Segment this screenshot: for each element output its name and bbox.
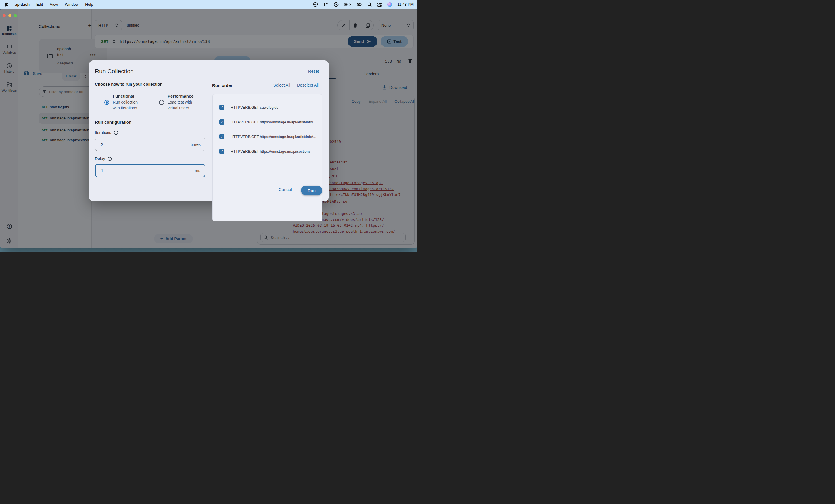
- menu-window[interactable]: Window: [65, 2, 78, 6]
- iterations-suffix: times: [190, 142, 201, 147]
- info-icon: [114, 130, 118, 135]
- creative-cloud-icon[interactable]: [313, 2, 318, 7]
- siri-icon[interactable]: [387, 2, 392, 7]
- run-order-item[interactable]: ✓ HTTPVERB.GET https://onnstage.in/api/a…: [219, 118, 316, 126]
- iterations-input[interactable]: [100, 142, 185, 147]
- control-center-icon[interactable]: [377, 2, 382, 6]
- checkmark-icon: ✓: [220, 120, 224, 124]
- airpods-icon[interactable]: [323, 2, 328, 7]
- delay-suffix: ms: [195, 168, 200, 173]
- menu-help[interactable]: Help: [85, 2, 93, 6]
- menu-view[interactable]: View: [50, 2, 58, 6]
- checkmark-icon: ✓: [220, 105, 224, 109]
- delay-input[interactable]: [100, 168, 185, 173]
- desktop: apidash Edit View Window Help: [0, 0, 418, 252]
- run-order-list: ✓ HTTPVERB.GET sawdfvgfds ✓ HTTPVERB.GET…: [212, 94, 322, 222]
- menu-bar-clock[interactable]: 11:48 PM: [397, 2, 413, 6]
- radio-selected-icon[interactable]: [104, 100, 109, 105]
- checkbox-checked[interactable]: ✓: [219, 105, 224, 110]
- option-functional[interactable]: Functional Run collection with iteration…: [104, 93, 143, 111]
- apidash-window: Requests Variables History Workflows: [0, 9, 418, 248]
- play-status-icon[interactable]: [334, 2, 339, 7]
- run-order-item[interactable]: ✓ HTTPVERB.GET https://onnstage.in/api/a…: [219, 132, 316, 141]
- option-performance[interactable]: Performance Load test with virtual users: [159, 93, 197, 111]
- run-collection-dialog: Run Collection Reset Choose how to run y…: [88, 60, 329, 202]
- delay-field[interactable]: ms: [95, 164, 205, 177]
- iterations-label-row: Iterations: [95, 130, 118, 135]
- dialog-title: Run Collection: [95, 68, 134, 75]
- select-all-button[interactable]: Select All: [273, 83, 290, 87]
- checkmark-icon: ✓: [220, 149, 224, 153]
- dialog-subtitle: Choose how to run your collection: [95, 82, 162, 87]
- hotspot-link-icon[interactable]: [357, 2, 362, 6]
- run-order-item[interactable]: ✓ HTTPVERB.GET https://onnstage.in/api/s…: [219, 147, 311, 155]
- delay-label-row: Delay: [95, 156, 112, 161]
- menu-app-name[interactable]: apidash: [15, 2, 29, 6]
- battery-icon[interactable]: [344, 3, 351, 6]
- run-configuration-title: Run configuration: [95, 120, 131, 125]
- checkmark-icon: ✓: [220, 134, 224, 139]
- window-minimize-button[interactable]: [8, 14, 12, 17]
- cancel-button[interactable]: Cancel: [279, 187, 292, 192]
- checkbox-checked[interactable]: ✓: [219, 134, 224, 139]
- checkbox-checked[interactable]: ✓: [219, 120, 224, 125]
- apple-menu-icon[interactable]: [4, 2, 8, 7]
- window-zoom-button[interactable]: [14, 14, 17, 17]
- macos-menu-bar: apidash Edit View Window Help: [0, 0, 418, 9]
- checkbox-checked[interactable]: ✓: [219, 149, 224, 154]
- spotlight-search-icon[interactable]: [367, 2, 372, 7]
- radio-unselected-icon[interactable]: [159, 100, 164, 105]
- info-icon: [108, 156, 112, 161]
- deselect-all-button[interactable]: Deselect All: [297, 83, 319, 87]
- reset-button[interactable]: Reset: [308, 69, 319, 74]
- iterations-field[interactable]: times: [95, 138, 205, 151]
- run-order-item[interactable]: ✓ HTTPVERB.GET sawdfvgfds: [219, 103, 278, 111]
- window-close-button[interactable]: [3, 14, 6, 17]
- menu-edit[interactable]: Edit: [36, 2, 43, 6]
- run-button[interactable]: Run: [301, 186, 322, 195]
- run-order-title: Run order: [212, 83, 232, 88]
